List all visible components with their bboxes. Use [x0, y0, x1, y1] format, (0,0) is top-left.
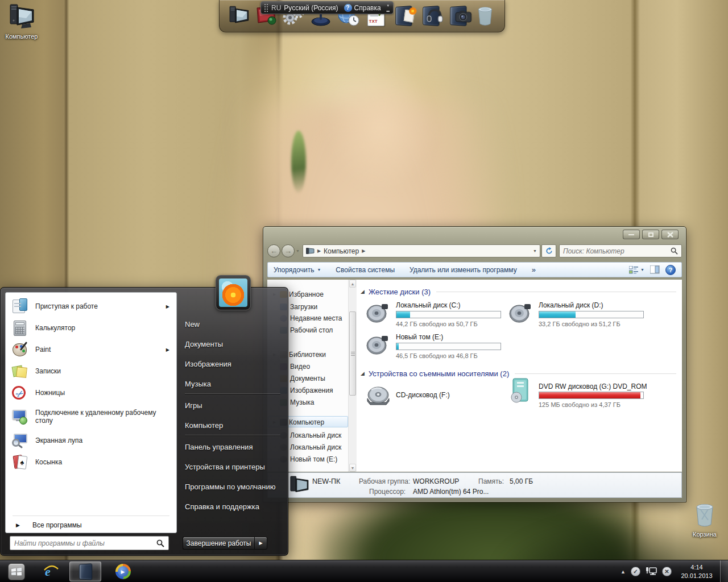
menu-separator: [13, 516, 169, 516]
address-bar[interactable]: ▶ Компьютер ▶ ▼: [303, 244, 540, 257]
wallpaper-figure-face: [327, 63, 435, 193]
close-button[interactable]: [661, 230, 679, 239]
magnifier-icon: [11, 432, 28, 449]
system-properties-button[interactable]: Свойства системы: [336, 266, 395, 274]
start-item-computer[interactable]: Компьютер: [185, 418, 285, 433]
window-controls: [623, 230, 679, 239]
organize-button[interactable]: Упорядочить▼: [274, 266, 321, 274]
start-item-music[interactable]: Музыка: [185, 376, 285, 391]
menu-item-calculator[interactable]: Калькулятор: [6, 317, 175, 339]
refresh-button[interactable]: [541, 244, 556, 257]
start-item-devices-printers[interactable]: Устройства и принтеры: [185, 459, 285, 474]
search-icon[interactable]: [671, 247, 678, 255]
wallpaper-figure-earring: [291, 131, 306, 193]
drive-item-c[interactable]: Локальный диск (C:) 44,2 ГБ свободно из …: [364, 300, 506, 332]
user-avatar[interactable]: [216, 275, 251, 310]
remote-desktop-icon: [11, 408, 28, 425]
start-item-help-support[interactable]: Справка и поддержка: [185, 499, 285, 514]
taskbar-media-player[interactable]: ▶: [111, 562, 134, 581]
capacity-bar: [539, 311, 644, 318]
taskbar-clock[interactable]: 4:14 20.01.2013: [677, 563, 717, 580]
section-header-hard-disks[interactable]: ◢ Жесткие диски (3): [361, 286, 676, 297]
language-name[interactable]: Русский (Россия): [284, 4, 338, 12]
start-user-name[interactable]: New: [185, 317, 285, 331]
all-programs-button[interactable]: ▶ Все программы: [6, 518, 175, 533]
collapse-triangle-icon[interactable]: ◢: [361, 289, 365, 294]
desktop-icon-computer[interactable]: Компьютер: [2, 3, 41, 40]
flower-accent-icon: [409, 7, 416, 15]
back-button[interactable]: ←: [267, 244, 280, 257]
uninstall-program-button[interactable]: Удалить или изменить программу: [410, 266, 517, 274]
minimize-button[interactable]: [623, 230, 640, 239]
start-item-documents[interactable]: Документы: [185, 336, 285, 351]
drive-item-e[interactable]: Новый том (E:) 46,5 ГБ свободно из 46,8 …: [364, 332, 506, 364]
folder-icon: [79, 563, 92, 580]
search-input[interactable]: [563, 247, 671, 255]
history-dropdown-icon[interactable]: ▼: [296, 249, 300, 253]
search-icon[interactable]: [156, 539, 164, 547]
menu-item-snipping-tool[interactable]: ✂ Ножницы: [6, 382, 175, 404]
windows-orb-icon: [8, 563, 25, 580]
language-bar-grip[interactable]: [264, 3, 269, 12]
breadcrumb-arrow-icon[interactable]: ▶: [317, 248, 321, 253]
menu-separator: [185, 435, 280, 435]
breadcrumb-arrow-icon[interactable]: ▶: [362, 248, 365, 253]
menu-item-remote-desktop[interactable]: Подключение к удаленному рабочему столу: [6, 404, 175, 430]
shutdown-options-arrow[interactable]: ▶: [254, 537, 267, 550]
drive-item-dvd[interactable]: DVD RW дисковод (G:) DVD_ROM 125 МБ своб…: [507, 377, 649, 409]
scroll-up-button[interactable]: ▲: [349, 280, 356, 288]
help-button[interactable]: ?: [665, 265, 676, 275]
start-item-default-programs[interactable]: Программы по умолчанию: [185, 479, 285, 494]
menu-item-magnifier[interactable]: Экранная лупа: [6, 430, 175, 451]
workgroup-value: WORKGROUP: [413, 477, 459, 485]
address-dropdown-icon[interactable]: ▼: [533, 249, 537, 253]
show-desktop-button[interactable]: [720, 560, 728, 582]
dock-music-folder-icon[interactable]: [418, 3, 443, 28]
scroll-down-button[interactable]: ▼: [349, 464, 356, 472]
scrollbar-thumb[interactable]: [349, 311, 356, 396]
getting-started-icon: [11, 298, 28, 315]
shutdown-button[interactable]: Завершение работы: [183, 537, 254, 550]
dock-documents-folder-icon[interactable]: [391, 3, 416, 28]
start-item-games[interactable]: Игры: [185, 398, 285, 413]
language-code[interactable]: RU: [271, 4, 281, 12]
preview-pane-button[interactable]: [650, 265, 660, 274]
help-question-icon[interactable]: ?: [344, 4, 352, 12]
dock-recycle-bin-icon[interactable]: [473, 3, 498, 28]
drive-item-cd[interactable]: CD-дисковод (F:): [364, 381, 506, 413]
clock-date: 20.01.2013: [677, 572, 717, 580]
breadcrumb-path[interactable]: Компьютер: [324, 247, 359, 255]
start-item-pictures[interactable]: Изображения: [185, 356, 285, 371]
drive-item-d[interactable]: Локальный диск (D:) 33,2 ГБ свободно из …: [507, 300, 649, 332]
menu-item-sticky-notes[interactable]: Записки: [6, 360, 175, 382]
toolbar-overflow-chevron[interactable]: »: [532, 265, 536, 274]
taskbar-explorer-active[interactable]: [69, 562, 101, 581]
start-button[interactable]: [7, 562, 26, 581]
language-bar-options[interactable]: ▾▂: [387, 4, 391, 11]
action-center-icon[interactable]: ✓: [631, 567, 640, 576]
dock-computer-icon[interactable]: [226, 3, 251, 28]
chevron-down-icon: ▼: [640, 268, 644, 272]
command-toolbar: Упорядочить▼ Свойства системы Удалить ил…: [267, 262, 682, 277]
dock-camera-folder-icon[interactable]: [445, 3, 470, 28]
maximize-button[interactable]: [642, 230, 659, 239]
collapse-triangle-icon[interactable]: ◢: [361, 371, 365, 376]
start-search-input[interactable]: [14, 539, 156, 547]
sticky-notes-icon: [11, 363, 28, 380]
txt-label: TXT: [369, 19, 378, 24]
desktop-icon-recycle-bin[interactable]: Корзина: [688, 502, 721, 538]
show-hidden-icons-button[interactable]: ▲: [621, 569, 626, 575]
menu-item-solitaire[interactable]: ♠ Косынка: [6, 451, 175, 473]
navigation-scrollbar[interactable]: ▲ ▼: [348, 280, 357, 472]
taskbar-internet-explorer[interactable]: e: [40, 562, 63, 581]
network-icon[interactable]: [646, 567, 657, 576]
forward-button[interactable]: →: [282, 244, 295, 257]
menu-item-getting-started[interactable]: Приступая к работе ▶: [6, 296, 175, 317]
start-item-control-panel[interactable]: Панель управления: [185, 439, 285, 454]
change-view-button[interactable]: ▼: [629, 266, 644, 274]
language-bar-help[interactable]: Справка: [354, 4, 381, 12]
menu-item-paint[interactable]: Paint ▶: [6, 339, 175, 360]
volume-muted-icon[interactable]: ✕: [662, 567, 672, 576]
internet-explorer-icon: e: [43, 564, 59, 579]
playing-cards-icon: ♠: [11, 454, 28, 471]
